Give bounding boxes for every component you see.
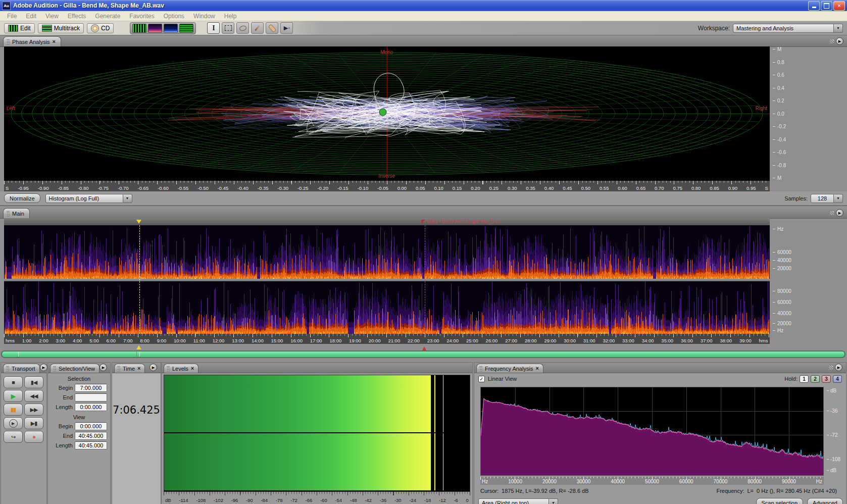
marker-strip[interactable] (4, 344, 770, 350)
tab-main[interactable]: Main (3, 208, 30, 218)
pause-button[interactable]: ▮▮ (4, 404, 23, 416)
menu-item[interactable]: Window (189, 12, 219, 21)
tab-close-icon[interactable]: × (535, 366, 538, 371)
hold-button[interactable]: 4 (833, 375, 842, 383)
tab-levels[interactable]: Levels× (164, 364, 198, 373)
spot-healing-brush-tool[interactable] (266, 22, 278, 34)
panel-menu-button[interactable]: ▶ (829, 364, 846, 371)
hold-button[interactable]: 3 (822, 375, 831, 383)
tab-close-icon[interactable]: × (191, 366, 194, 371)
cd-view-button[interactable]: CD (87, 23, 114, 33)
menu-item[interactable]: Generate (91, 12, 124, 21)
tab-close-icon[interactable]: × (53, 39, 56, 44)
phase-controls-row: Normalize Histogram (Log Full) ▼ Samples… (0, 191, 847, 206)
go-to-end-button[interactable]: ▶▮ (24, 417, 43, 429)
play-button[interactable]: ▶ (4, 390, 23, 402)
hold-button[interactable]: 2 (811, 375, 820, 383)
effects-paintbrush-tool[interactable] (251, 22, 264, 34)
hold-button[interactable]: 1 (800, 375, 809, 383)
rewind-icon: ◀◀ (30, 393, 38, 399)
lasso-selection-tool[interactable] (236, 22, 249, 34)
rewind-button[interactable]: ◀◀ (24, 390, 43, 402)
play-from-cursor-button[interactable]: ↪ (4, 431, 23, 443)
menu-item[interactable]: Options (160, 12, 188, 21)
record-button[interactable]: ● (24, 431, 43, 443)
edit-view-button[interactable]: Edit (4, 23, 35, 33)
close-button[interactable]: × (833, 1, 845, 11)
tab-time[interactable]: Time× (114, 364, 145, 373)
spectral-frequency-display-icon[interactable] (148, 24, 162, 33)
go-to-beginning-button[interactable]: ▮◀ (24, 376, 43, 388)
tab-frequency-analysis[interactable]: Frequency Analysis× (476, 364, 543, 373)
normalize-button[interactable]: Normalize (4, 193, 40, 203)
selection-begin-field[interactable] (75, 384, 107, 392)
spectrogram-display[interactable] (4, 225, 770, 334)
frequency-plot[interactable] (480, 387, 824, 476)
scrollbar-thumb[interactable] (2, 351, 845, 358)
tab-phase-analysis[interactable]: Phase Analysis × (3, 36, 61, 46)
selection-length-field[interactable] (75, 403, 107, 411)
panel-menu-button[interactable]: ▶ (99, 364, 111, 371)
spectral-phase-display-icon[interactable] (179, 24, 193, 33)
level-meters[interactable] (164, 375, 470, 492)
histogram-mode-dropdown[interactable]: Histogram (Log Full) ▼ (45, 194, 132, 203)
level-meter-left[interactable] (164, 375, 470, 432)
time-ruler-tick: 34:00 (642, 338, 654, 343)
spectral-pan-display-icon[interactable] (164, 24, 178, 33)
marquee-selection-tool[interactable] (222, 22, 234, 34)
marker-bar[interactable]: Gilla - Bend Me, Shape Me_B-or. (4, 218, 770, 226)
stop-button[interactable]: ■ (4, 376, 23, 388)
playhead-marker-icon[interactable] (136, 345, 141, 349)
multitrack-view-button[interactable]: Multitrack (38, 23, 84, 33)
tab-selection-view[interactable]: Selection/View (50, 364, 99, 373)
db-scale-tick: -84 (261, 497, 268, 503)
menu-item[interactable]: Help (220, 12, 241, 21)
phase-x-tick: 0.50 (581, 185, 591, 191)
scrub-tool[interactable]: ▶◦ (280, 22, 293, 34)
db-scale-tick: -54 (335, 497, 342, 503)
workspace-dropdown[interactable]: Mastering and Analysis ▼ (733, 24, 843, 33)
cue-marker[interactable]: Gilla - Bend Me, Shape Me_B-or. (421, 219, 501, 224)
menu-item[interactable]: Effects (64, 12, 90, 21)
menu-item[interactable]: Favorites (125, 12, 158, 21)
menu-item[interactable]: View (41, 12, 63, 21)
phase-x-tick: 0.55 (600, 185, 609, 191)
menu-item[interactable]: Edit (22, 12, 40, 21)
cue-marker-icon[interactable] (422, 346, 426, 350)
hz-axis-tick: Hz (816, 479, 822, 484)
level-meter-right[interactable] (164, 433, 470, 490)
samples-dropdown[interactable]: 128 ▼ (811, 194, 843, 203)
waveform-display-icon[interactable] (132, 24, 146, 33)
time-ruler-tick: 9:00 (157, 338, 167, 343)
view-end-field[interactable] (75, 432, 107, 440)
tab-close-icon[interactable]: × (137, 366, 140, 371)
play-looped-icon: ▶ (9, 419, 18, 428)
horizontal-scrollbar[interactable] (1, 350, 845, 358)
samples-value: 128 (811, 194, 834, 203)
area-mode-dropdown[interactable]: Area (Right on top) ▼ (478, 498, 558, 504)
time-ruler[interactable]: hms1:002:003:004:005:006:007:008:009:001… (4, 334, 770, 344)
menu-item[interactable]: File (3, 12, 21, 21)
phase-x-tick: -0.85 (58, 185, 69, 191)
panel-menu-button[interactable]: ▶ (830, 209, 847, 217)
minimize-button[interactable] (808, 1, 820, 11)
scan-selection-button[interactable]: Scan selection (756, 498, 804, 504)
frequency-label: Frequency: (716, 488, 744, 494)
panel-menu-button[interactable]: ▶ (830, 37, 847, 45)
view-begin-field[interactable] (75, 422, 107, 430)
tab-transport[interactable]: Transport (3, 364, 40, 373)
time-ruler-tick: 14:00 (252, 338, 264, 343)
fast-forward-button[interactable]: ▶▶ (24, 404, 43, 416)
restore-button[interactable] (821, 1, 832, 11)
playhead-marker-icon[interactable] (136, 220, 141, 224)
panel-menu-button[interactable]: ▶ (150, 364, 161, 371)
selection-end-field[interactable] (75, 393, 107, 401)
linear-view-checkbox[interactable]: ✓ (478, 376, 485, 382)
play-looped-button[interactable]: ▶ (4, 417, 23, 429)
time-selection-tool[interactable]: I (207, 22, 220, 34)
channel-divider[interactable] (4, 279, 770, 281)
phase-x-tick: 0.25 (489, 185, 499, 191)
view-length-field[interactable] (75, 441, 107, 449)
playhead-line[interactable] (139, 225, 140, 334)
advanced-button[interactable]: Advanced (807, 498, 843, 504)
